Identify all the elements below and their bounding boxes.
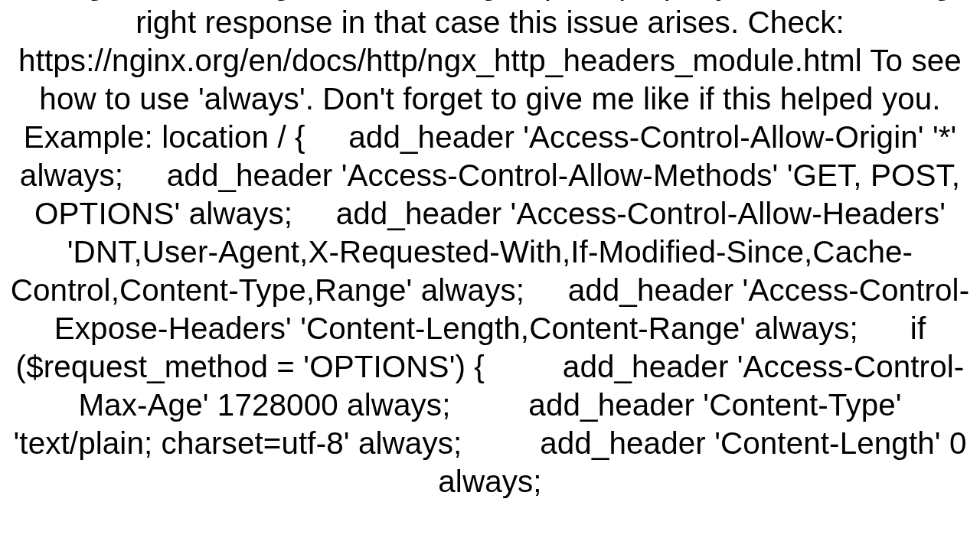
page: using header in Nginx or returning reque… bbox=[0, 0, 980, 551]
nginx-cors-config-text: using header in Nginx or returning reque… bbox=[8, 0, 972, 500]
